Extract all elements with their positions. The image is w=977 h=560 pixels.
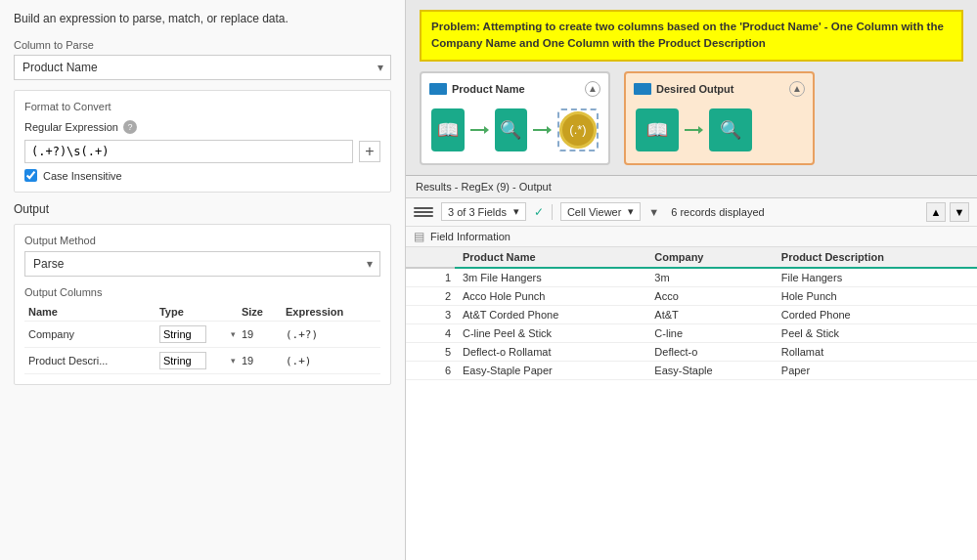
fields-text: 3 of 3 Fields xyxy=(448,206,507,218)
flow-card-title-product-name: Product Name xyxy=(452,83,525,95)
output-method-wrapper[interactable]: Parse xyxy=(24,251,380,277)
diagram-area: Problem: Attempting to create two column… xyxy=(406,0,977,175)
product-name-cell: Deflect-o Rollamat xyxy=(455,342,646,361)
toolbar-separator xyxy=(552,204,553,220)
flow-nodes-product-name: 📖 🔍 (.*) xyxy=(429,105,600,155)
col-type-select[interactable]: String xyxy=(159,352,206,369)
record-number-cell: 4 xyxy=(406,323,455,342)
right-panel: Problem: Attempting to create two column… xyxy=(406,0,977,560)
product-description-cell: Rollamat xyxy=(774,342,977,361)
col-header-expression: Expression xyxy=(282,303,380,322)
product-description-cell: Peel & Stick xyxy=(774,323,977,342)
collapse-button[interactable]: ▲ xyxy=(585,81,600,97)
search-icon-node-2: 🔍 xyxy=(709,108,752,151)
col-name-cell: Company xyxy=(24,322,155,348)
results-table: Product Name Company Product Description… xyxy=(406,247,977,380)
table-row: 5 Deflect-o Rollamat Deflect-o Rollamat xyxy=(406,342,977,361)
results-section: Results - RegEx (9) - Output 3 of 3 Fiel… xyxy=(406,175,977,561)
col-product-description: Product Description xyxy=(774,247,977,268)
column-to-parse-select[interactable]: Product Name xyxy=(14,55,391,80)
company-cell: Easy-Staple xyxy=(646,361,773,379)
col-expression-cell: (.+) xyxy=(282,348,380,374)
flow-card-header-product-name: Product Name ▲ xyxy=(429,81,600,97)
grid-icon[interactable] xyxy=(414,202,433,222)
product-description-cell: File Hangers xyxy=(774,268,977,287)
checkmark-icon: ✓ xyxy=(534,205,544,219)
flow-boxes: Product Name ▲ 📖 🔍 ( xyxy=(420,71,963,165)
collapse-button-2[interactable]: ▲ xyxy=(789,81,805,97)
dashed-output-box: (.*) xyxy=(557,108,599,151)
col-type-select[interactable]: String xyxy=(159,325,206,343)
product-name-cell: Acco Hole Punch xyxy=(455,286,646,305)
instruction-text: Build an expression to parse, match, or … xyxy=(14,12,391,25)
format-section: Format to Convert Regular Expression ? +… xyxy=(14,90,391,193)
table-row: 2 Acco Hole Punch Acco Hole Punch xyxy=(406,286,977,305)
table-row: 4 C-line Peel & Stick C-line Peel & Stic… xyxy=(406,323,977,342)
output-columns-table: Name Type Size Expression Company String… xyxy=(24,303,380,374)
column-to-parse-section: Column to Parse Product Name xyxy=(14,39,391,80)
flow-card-title-desired: Desired Output xyxy=(656,83,733,95)
problem-box: Problem: Attempting to create two column… xyxy=(420,10,963,62)
output-columns-label: Output Columns xyxy=(24,286,380,298)
record-number-cell: 5 xyxy=(406,342,455,361)
column-row: Company String 19 (.+?) xyxy=(24,322,380,348)
col-record xyxy=(406,247,455,268)
add-regex-button[interactable]: + xyxy=(359,141,380,162)
records-displayed-text: 6 records displayed xyxy=(671,206,764,218)
regex-icon-node: (.*) xyxy=(559,111,597,149)
regex-input[interactable] xyxy=(24,140,353,163)
col-product-name: Product Name xyxy=(455,247,646,268)
output-box: Output Method Parse Output Columns Name … xyxy=(14,224,391,385)
case-insensitive-checkbox[interactable] xyxy=(24,169,37,182)
record-number-cell: 3 xyxy=(406,305,455,323)
col-company: Company xyxy=(646,247,773,268)
product-name-cell: C-line Peel & Stick xyxy=(455,323,646,342)
regex-row: + xyxy=(24,140,380,163)
format-to-convert-label: Format to Convert xyxy=(24,101,380,112)
output-title: Output xyxy=(14,202,391,216)
output-section: Output Output Method Parse Output Column… xyxy=(14,202,391,385)
fields-dropdown[interactable]: 3 of 3 Fields ▾ xyxy=(441,202,526,221)
help-icon[interactable]: ? xyxy=(123,120,137,134)
flow-card-title-row: Product Name xyxy=(429,83,525,95)
product-name-cell: At&T Corded Phone xyxy=(455,305,646,323)
filter-icon: ▼ xyxy=(648,206,659,218)
col-type-cell[interactable]: String xyxy=(155,322,238,348)
info-icon: ▤ xyxy=(414,230,424,243)
col-type-cell[interactable]: String xyxy=(155,348,238,374)
cell-viewer-label: Cell Viewer xyxy=(567,206,621,218)
product-name-cell: 3m File Hangers xyxy=(455,268,646,287)
product-description-cell: Corded Phone xyxy=(774,305,977,323)
output-method-label: Output Method xyxy=(24,235,380,246)
product-description-cell: Hole Punch xyxy=(774,286,977,305)
col-header-type: Type xyxy=(155,303,238,322)
col-name-cell: Product Descri... xyxy=(24,348,155,374)
product-name-cell: Easy-Staple Paper xyxy=(455,361,646,379)
regex-label: Regular Expression xyxy=(24,121,118,133)
flow-card-product-name: Product Name ▲ 📖 🔍 ( xyxy=(420,71,610,165)
sort-down-button[interactable]: ▼ xyxy=(950,202,969,222)
record-number-cell: 2 xyxy=(406,286,455,305)
flow-header-bar-blue xyxy=(429,83,447,95)
column-to-parse-wrapper[interactable]: Product Name xyxy=(14,55,391,80)
column-to-parse-label: Column to Parse xyxy=(14,39,391,51)
col-size-cell: 19 xyxy=(238,348,282,374)
case-insensitive-label: Case Insensitive xyxy=(43,170,122,182)
company-cell: Deflect-o xyxy=(646,342,773,361)
cell-viewer-button[interactable]: Cell Viewer ▾ xyxy=(560,202,641,221)
flow-card-desired-output: Desired Output ▲ 📖 🔍 xyxy=(624,71,815,165)
output-method-select[interactable]: Parse xyxy=(24,251,380,277)
record-number-cell: 6 xyxy=(406,361,455,379)
search-icon-node: 🔍 xyxy=(495,108,528,151)
sort-arrows: ▲ ▼ xyxy=(926,202,969,222)
field-info-bar: ▤ Field Information xyxy=(406,227,977,247)
book-icon-node: 📖 xyxy=(431,108,465,151)
case-insensitive-row: Case Insensitive xyxy=(24,169,380,182)
col-size-cell: 19 xyxy=(238,322,282,348)
flow-card-header-desired-output: Desired Output ▲ xyxy=(634,81,805,97)
results-toolbar: 3 of 3 Fields ▾ ✓ Cell Viewer ▾ ▼ 6 reco… xyxy=(406,198,977,227)
flow-header-bar-blue-2 xyxy=(634,83,651,95)
company-cell: 3m xyxy=(646,268,773,287)
col-header-name: Name xyxy=(24,303,155,322)
sort-up-button[interactable]: ▲ xyxy=(926,202,946,222)
